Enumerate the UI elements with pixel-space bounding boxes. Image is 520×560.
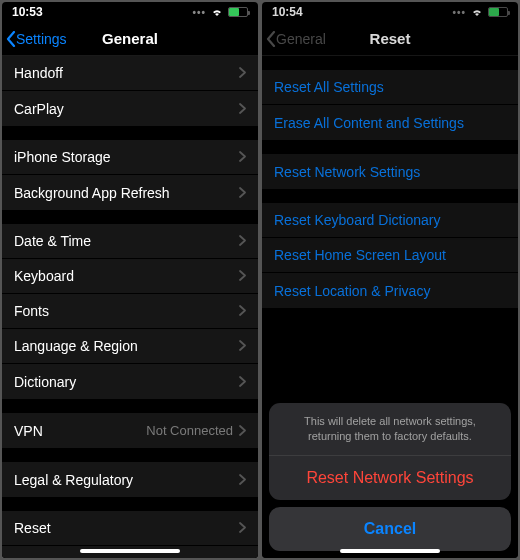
action-sheet: This will delete all network settings, r… [269,403,511,551]
settings-row[interactable]: VPNNot Connected [2,413,258,448]
chevron-right-icon [239,522,246,533]
settings-section: Reset Keyboard DictionaryReset Home Scre… [262,203,518,308]
cellular-icon: ••• [192,7,206,18]
status-bar: 10:54 ••• [262,2,518,22]
settings-section: Reset All SettingsErase All Content and … [262,70,518,140]
settings-row[interactable]: Dictionary [2,364,258,399]
settings-row[interactable]: iPhone Storage [2,140,258,175]
chevron-right-icon [239,305,246,316]
settings-list[interactable]: HandoffCarPlayiPhone StorageBackground A… [2,56,258,558]
nav-title: Reset [370,30,411,47]
chevron-right-icon [239,187,246,198]
chevron-left-icon [266,31,276,47]
row-label: Date & Time [14,233,239,249]
chevron-left-icon [6,31,16,47]
back-button[interactable]: General [266,31,326,47]
settings-row[interactable]: Language & Region [2,329,258,364]
row-label: Reset [14,520,239,536]
settings-row[interactable]: Legal & Regulatory [2,462,258,497]
chevron-right-icon [239,425,246,436]
phone-general: 10:53 ••• Settings General HandoffCarPla… [2,2,258,558]
row-label: iPhone Storage [14,149,239,165]
settings-row[interactable]: Date & Time [2,224,258,259]
wifi-icon [210,7,224,17]
status-right: ••• [452,7,508,18]
settings-row[interactable]: Reset Network Settings [262,154,518,189]
row-label: VPN [14,423,146,439]
settings-row[interactable]: Handoff [2,56,258,91]
settings-row[interactable]: CarPlay [2,91,258,126]
home-indicator[interactable] [340,549,440,553]
row-label: Reset Network Settings [274,164,506,180]
row-label: Legal & Regulatory [14,472,239,488]
row-label: Keyboard [14,268,239,284]
settings-row[interactable]: Reset Home Screen Layout [262,238,518,273]
status-right: ••• [192,7,248,18]
row-label: Handoff [14,65,239,81]
row-label: Reset Location & Privacy [274,283,506,299]
row-label: Background App Refresh [14,185,239,201]
nav-bar: Settings General [2,22,258,56]
status-time: 10:53 [12,5,43,19]
chevron-right-icon [239,474,246,485]
settings-section: HandoffCarPlay [2,56,258,126]
chevron-right-icon [239,235,246,246]
cancel-button[interactable]: Cancel [269,507,511,551]
back-button[interactable]: Settings [6,31,67,47]
nav-bar: General Reset [262,22,518,56]
row-label: Erase All Content and Settings [274,115,506,131]
status-time: 10:54 [272,5,303,19]
cellular-icon: ••• [452,7,466,18]
back-label: Settings [16,31,67,47]
settings-row[interactable]: Reset All Settings [262,70,518,105]
back-label: General [276,31,326,47]
chevron-right-icon [239,376,246,387]
settings-row[interactable]: Fonts [2,294,258,329]
settings-section: iPhone StorageBackground App Refresh [2,140,258,210]
row-label: Reset Home Screen Layout [274,247,506,263]
chevron-right-icon [239,270,246,281]
settings-row[interactable]: Keyboard [2,259,258,294]
chevron-right-icon [239,67,246,78]
settings-section: Legal & Regulatory [2,462,258,497]
chevron-right-icon [239,103,246,114]
row-label: Dictionary [14,374,239,390]
chevron-right-icon [239,340,246,351]
settings-row[interactable]: Reset [2,511,258,546]
settings-section: Reset Network Settings [262,154,518,189]
home-indicator[interactable] [80,549,180,553]
battery-icon [488,7,508,17]
wifi-icon [470,7,484,17]
action-sheet-message: This will delete all network settings, r… [269,403,511,456]
row-value: Not Connected [146,423,233,438]
chevron-right-icon [239,151,246,162]
row-label: Language & Region [14,338,239,354]
status-bar: 10:53 ••• [2,2,258,22]
settings-row[interactable]: Erase All Content and Settings [262,105,518,140]
settings-row[interactable]: Background App Refresh [2,175,258,210]
confirm-reset-button[interactable]: Reset Network Settings [269,456,511,500]
row-label: Fonts [14,303,239,319]
phone-reset: 10:54 ••• General Reset Reset All Settin… [262,2,518,558]
row-label: Reset All Settings [274,79,506,95]
settings-row[interactable]: Reset Location & Privacy [262,273,518,308]
action-sheet-group: This will delete all network settings, r… [269,403,511,500]
row-label: Reset Keyboard Dictionary [274,212,506,228]
nav-title: General [102,30,158,47]
settings-section: Date & TimeKeyboardFontsLanguage & Regio… [2,224,258,399]
row-label: Shut Down [14,556,246,559]
settings-section: VPNNot Connected [2,413,258,448]
row-label: CarPlay [14,101,239,117]
battery-icon [228,7,248,17]
settings-row[interactable]: Reset Keyboard Dictionary [262,203,518,238]
